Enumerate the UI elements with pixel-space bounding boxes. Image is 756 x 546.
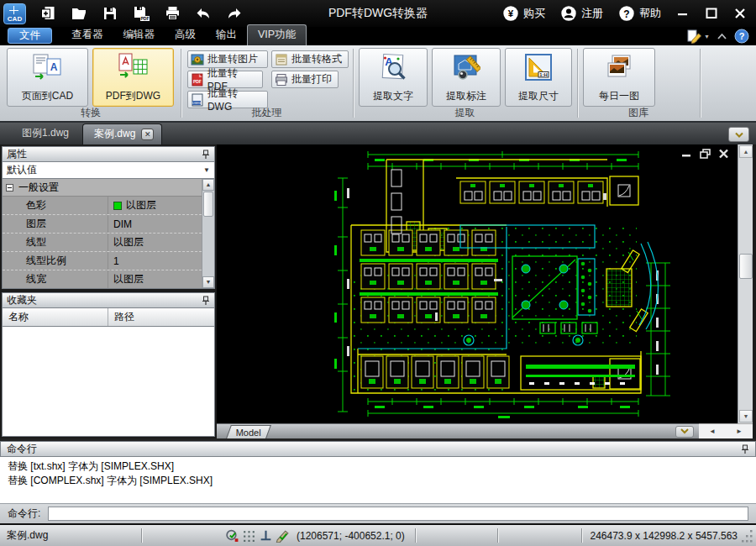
pencil-dropdown-caret[interactable]: ▼	[704, 34, 710, 39]
save-button[interactable]	[100, 4, 120, 23]
statusbar-separator	[497, 528, 499, 543]
svg-text:PDF: PDF	[141, 16, 150, 21]
pin-icon[interactable]	[202, 150, 210, 160]
model-tab-label: Model	[236, 427, 261, 437]
register-button[interactable]: 注册	[554, 3, 609, 24]
batch-to-format-button[interactable]: 批量转格式	[271, 50, 349, 68]
status-coordinates: (1206571; -400652.1; 0)	[297, 530, 405, 542]
command-log-line: 替换 [txt.shx] 字体为 [SIMPLEX.SHX]	[8, 459, 748, 474]
tab-file[interactable]: 文件	[8, 28, 52, 44]
batch-print-button[interactable]: 批量打印	[271, 71, 339, 88]
extract-annotation-button[interactable]: 提取标注	[432, 48, 501, 107]
sketch-mode-icon[interactable]	[276, 528, 290, 543]
extract-text-button[interactable]: A 提取文字	[359, 48, 428, 107]
new-file-button[interactable]	[38, 4, 58, 23]
property-grid-scrollbar[interactable]: ▲ ▼	[202, 179, 214, 288]
scroll-down-icon[interactable]: ▼	[739, 410, 753, 423]
property-row-linetype[interactable]: 线型 以图层	[3, 234, 214, 252]
ortho-mode-icon[interactable]	[259, 528, 273, 543]
layout-chevron-button[interactable]	[675, 426, 694, 438]
property-name: 线型比例	[3, 252, 108, 270]
group-separator	[700, 49, 701, 118]
tab-close-icon[interactable]: ✕	[141, 129, 154, 140]
scroll-down-icon[interactable]: ▼	[202, 276, 214, 288]
scroll-up-icon[interactable]: ▲	[739, 145, 753, 158]
pin-icon[interactable]	[741, 444, 749, 454]
doc-tab-legend[interactable]: 图例1.dwg	[8, 123, 82, 144]
help-circle-icon[interactable]: ?	[734, 29, 749, 44]
doc-tab-case[interactable]: 案例.dwg ✕	[82, 123, 162, 144]
page-to-cad-button[interactable]: A 页面到CAD	[7, 48, 88, 107]
favorites-col-name[interactable]: 名称	[3, 308, 108, 326]
daily-image-button[interactable]: 每日一图	[583, 48, 655, 107]
color-swatch	[113, 202, 122, 210]
maximize-button[interactable]	[699, 3, 724, 24]
property-group-label: 一般设置	[18, 181, 59, 195]
property-name: 线型	[3, 234, 108, 251]
group-label-batch: 批处理	[182, 106, 351, 120]
scroll-right-icon[interactable]: ►	[736, 428, 743, 435]
mdi-restore-button[interactable]	[700, 149, 711, 159]
collapse-ribbon-icon[interactable]	[716, 31, 728, 42]
scroll-up-icon[interactable]: ▲	[202, 179, 214, 191]
favorites-list[interactable]	[2, 327, 215, 437]
pin-icon[interactable]	[202, 296, 210, 306]
canvas-horizontal-scrollbar[interactable]: ◄ ►	[699, 423, 753, 438]
favorites-col-path[interactable]: 路径	[108, 310, 134, 324]
property-row-color[interactable]: 色彩 以图层	[3, 197, 214, 215]
open-file-button[interactable]	[69, 4, 89, 23]
pdf-to-dwg-button[interactable]: PDF到DWG	[92, 48, 174, 107]
tab-vip[interactable]: VIP功能	[247, 24, 307, 45]
print-button[interactable]	[162, 4, 182, 23]
command-panel-header[interactable]: 命令行	[0, 441, 756, 457]
tab-output[interactable]: 输出	[206, 25, 247, 45]
scrollbar-thumb[interactable]	[203, 192, 213, 217]
property-value: 1	[113, 255, 119, 267]
svg-text:?: ?	[623, 8, 629, 20]
tab-list-chevron-button[interactable]	[728, 127, 749, 142]
status-filename: 案例.dwg	[0, 528, 139, 543]
property-value: 以图层	[113, 235, 144, 249]
command-input-row: 命令行:	[0, 503, 756, 523]
annotate-pencil-icon[interactable]: ▼	[686, 29, 710, 44]
command-log[interactable]: 替换 [txt.shx] 字体为 [SIMPLEX.SHX] 替换 [COMPL…	[0, 457, 756, 503]
canvas-vertical-scrollbar[interactable]: ▲ ▼	[738, 144, 753, 423]
tab-editor[interactable]: 编辑器	[113, 25, 165, 45]
group-label-extract: 提取	[355, 106, 575, 120]
favorites-panel-header[interactable]: 收藏夹	[2, 292, 215, 308]
mdi-minimize-button[interactable]	[681, 149, 692, 159]
property-row-lineweight[interactable]: 线宽 以图层	[3, 270, 214, 289]
group-label-gallery: 图库	[580, 106, 697, 120]
property-preset-value: 默认值	[7, 163, 37, 177]
properties-panel-header[interactable]: 属性	[2, 146, 215, 162]
scroll-left-icon[interactable]: ◄	[709, 428, 716, 435]
save-as-pdf-button[interactable]: PDF	[131, 4, 151, 23]
command-log-line: 替换 [COMPLEX.shx] 字体为 [SIMPLEX.SHX]	[8, 474, 748, 488]
property-row-ltscale[interactable]: 线型比例 1	[3, 252, 214, 270]
grid-snap-icon[interactable]	[242, 528, 256, 543]
tab-advanced[interactable]: 高级	[165, 25, 206, 45]
collapse-minus-icon[interactable]	[6, 184, 13, 192]
command-input[interactable]	[48, 507, 748, 521]
property-name: 线宽	[3, 270, 108, 288]
resize-grip[interactable]	[741, 527, 754, 545]
close-button[interactable]	[727, 3, 753, 24]
drawing-canvas[interactable]	[217, 144, 738, 423]
mdi-close-button[interactable]	[718, 149, 729, 159]
scrollbar-thumb[interactable]	[739, 254, 753, 279]
property-row-layer[interactable]: 图层 DIM	[3, 215, 214, 234]
property-preset-dropdown[interactable]: 默认值 ▼	[2, 162, 215, 179]
register-label: 注册	[581, 6, 603, 21]
tab-viewer[interactable]: 查看器	[61, 25, 113, 45]
batch-to-image-button[interactable]: 批量转图片	[187, 50, 268, 68]
statusbar-separator	[415, 528, 417, 543]
model-tab[interactable]: Model	[226, 425, 271, 438]
help-button[interactable]: ? 帮助	[612, 3, 667, 24]
object-snap-icon[interactable]	[225, 528, 239, 543]
property-group-row[interactable]: 一般设置	[3, 179, 214, 197]
batch-to-pdf-button[interactable]: PDF 批量转PDF	[187, 71, 263, 88]
extract-dimension-button[interactable]: 1:H 提取尺寸	[505, 48, 572, 107]
app-logo-icon[interactable]: CAD	[3, 3, 26, 24]
pdf-to-dwg-icon	[118, 53, 149, 81]
minimize-button[interactable]	[670, 3, 696, 24]
